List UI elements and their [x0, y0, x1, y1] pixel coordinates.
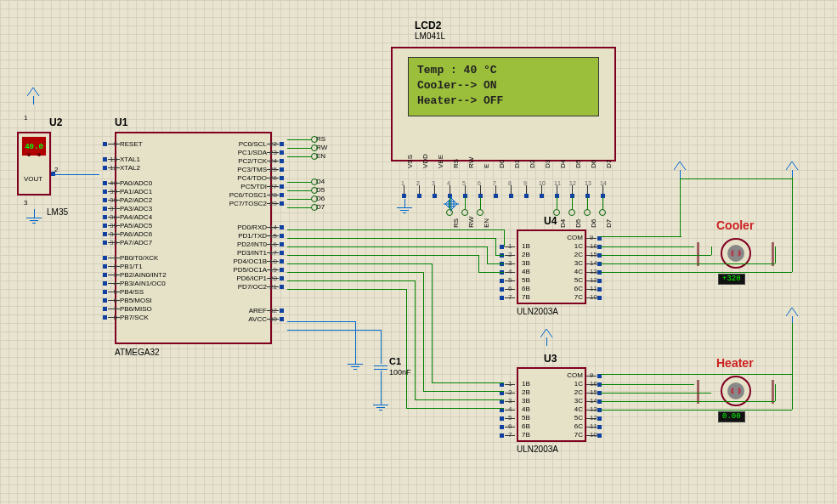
power-symbol-u2 [27, 88, 40, 105]
net-stub-D4 [287, 182, 311, 183]
wire-u4-3c [601, 263, 775, 264]
net-stub-D7 [287, 207, 311, 208]
u4pins-right-7C: 7C [561, 294, 583, 301]
u4pins-left-3B: 3B [522, 260, 530, 267]
lcd-net-D6: D6 [591, 219, 597, 228]
wire-pd5 [287, 272, 423, 273]
u4-ref: U4 [544, 216, 557, 226]
u3pins-right-5C: 5C [561, 415, 583, 422]
lcd-part: LM041L [415, 32, 445, 41]
u3-part: ULN2003A [517, 445, 558, 454]
lcd-pin-D5: D5 [575, 160, 582, 168]
lcd-pin-VSS: VSS [407, 155, 414, 168]
u1-component: 9RESET13XTAL112XTAL240PA0/ADC039PA1/ADC1… [115, 132, 272, 344]
u4pins-right-2C: 2C [561, 252, 583, 258]
u3pins-left-2B: 2B [522, 389, 530, 396]
lcd-net-RW: RW [468, 217, 475, 228]
power-symbol-u3area [540, 329, 553, 346]
lcd-component: Temp : 40 °C Cooler--> ON Heater--> OFF [391, 47, 616, 161]
u2-pin1-num: 1 [24, 115, 27, 122]
u4pins-left-2B: 2B [522, 252, 530, 258]
u2-vout-label: VOUT [24, 176, 42, 183]
u4-part: ULN2003A [517, 308, 558, 316]
wire-pd7 [287, 289, 406, 290]
lcd-line-2: Cooler--> ON [417, 78, 590, 93]
lcd-net-D4: D4 [560, 219, 567, 228]
lcd-pin-VDD: VDD [422, 154, 429, 168]
u4pins-left-5B: 5B [522, 277, 530, 284]
u4pins-left-7B: 7B [522, 294, 530, 301]
wire-pd1 [287, 238, 495, 239]
u3pins-left-5B: 5B [522, 415, 530, 422]
u3pins-right-7C: 7C [561, 432, 583, 439]
lcd-pin-VEE: VEE [438, 155, 444, 168]
u4pins-right-1C: 1C [561, 243, 583, 250]
u1-part: ATMEGA32 [115, 348, 160, 357]
wire-u3-4c [601, 410, 792, 411]
lcd-pin-D3: D3 [545, 160, 551, 168]
lcd-pin-RW: RW [468, 157, 475, 168]
cooler-label: Cooler [716, 219, 754, 231]
c1-ref: C1 [389, 357, 401, 366]
u4pins-left-4B: 4B [522, 269, 530, 275]
net-stub-EN [287, 156, 311, 157]
u4pins-right-6C: 6C [561, 286, 583, 292]
u4pins-left-1B: 1B [522, 243, 530, 250]
c1-val: 100nF [389, 369, 411, 377]
u3pins-right-2C: 2C [561, 389, 583, 396]
u2-ref: U2 [49, 117, 62, 127]
net-stub-D5 [287, 190, 311, 191]
wire-u4-1c [601, 246, 694, 247]
wire-u3-2c [601, 393, 711, 394]
heater-reading: 0.00 [718, 411, 745, 422]
wire-aref [287, 321, 355, 322]
u3pins-left-3B: 3B [522, 398, 530, 405]
lcd-pin-D6: D6 [591, 160, 597, 168]
wire-u3-1c [601, 384, 694, 385]
power-heater-top [786, 306, 799, 325]
wire-pd3 [287, 255, 478, 256]
u2-part: LM35 [47, 208, 68, 217]
lcd-pin-D1: D1 [514, 160, 521, 168]
u4pins-right-COM: COM [561, 235, 583, 241]
wire-u4-2c [601, 255, 711, 256]
lcd-pin-D4: D4 [560, 160, 567, 168]
u3pins-right-1C: 1C [561, 381, 583, 388]
u4pins-right-5C: 5C [561, 277, 583, 284]
u3pins-right-6C: 6C [561, 423, 583, 430]
u4pins-right-4C: 4C [561, 269, 583, 275]
wire-lm35-to-pa0 [53, 174, 99, 175]
lcd-net-D5: D5 [575, 219, 582, 228]
u3pins-right-3C: 3C [561, 398, 583, 405]
wire-pd0 [287, 229, 504, 230]
lcd-net-EN: EN [484, 218, 490, 228]
wire-u3-3c [601, 401, 775, 402]
lcd-screen: Temp : 40 °C Cooler--> ON Heater--> OFF [408, 57, 599, 116]
net-stub-D6 [287, 199, 311, 200]
u4pins-right-3C: 3C [561, 260, 583, 267]
u3pins-left-6B: 6B [522, 423, 530, 430]
lcd-net-RS: RS [453, 218, 460, 228]
u2-pin3-num: 3 [24, 200, 27, 207]
wire-pd2 [287, 246, 487, 247]
net-stub-RS [287, 139, 311, 140]
u3pins-right-4C: 4C [561, 406, 583, 413]
wire-pd4 [287, 263, 432, 264]
wire-u4-4c [601, 272, 792, 273]
u1-ref: U1 [115, 117, 127, 127]
u3pins-left-4B: 4B [522, 406, 530, 413]
lcd-pin-D2: D2 [529, 160, 536, 168]
u4pins-left-6B: 6B [522, 286, 530, 292]
lcd-pin-D7: D7 [606, 160, 613, 168]
lcd-pin-RS: RS [453, 159, 460, 168]
lcd-ref: LCD2 [415, 20, 441, 31]
power-cooler-top2 [786, 160, 799, 178]
u3pins-left-1B: 1B [522, 381, 530, 388]
wire-pd6 [287, 280, 415, 281]
power-cooler-top [674, 160, 687, 178]
u2-reading: 40.0 [25, 143, 43, 151]
net-stub-RW [287, 148, 311, 149]
u2-pin2-num: 2 [54, 167, 58, 173]
u2-component: 40.0 VOUT [17, 132, 51, 195]
cooler-reading: +320 [718, 274, 745, 285]
